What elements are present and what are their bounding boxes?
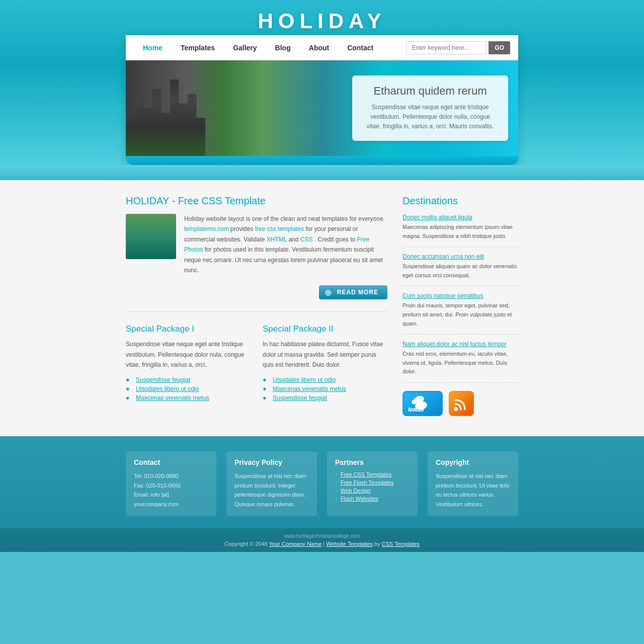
package-2-list: Utsodales libero ut odio Maecenas venena… <box>263 376 387 401</box>
about-text-5: . Credit goes to <box>314 236 357 243</box>
package-2-link-1[interactable]: Utsodales libero ut odio <box>263 376 387 383</box>
footer-templates-link[interactable]: Website Templates <box>326 541 373 547</box>
package-1: Special Package I Suspendisse vitae nequ… <box>126 324 251 403</box>
search-button[interactable]: GO <box>489 41 510 54</box>
footer-url: www.heritagechristiancollege.com <box>0 533 644 539</box>
footer-link-webdesign[interactable]: Web Design <box>335 488 410 494</box>
rss-icon[interactable] <box>449 391 474 416</box>
footer-copyright-label: Copyright © 2048 <box>224 541 269 547</box>
package-1-link-3[interactable]: Maecenas venenatis metus <box>126 394 251 401</box>
footer-css-link[interactable]: CSS Templates <box>382 541 420 547</box>
footer-privacy-title: Privacy Policy <box>234 458 309 466</box>
about-thumbnail <box>126 214 176 259</box>
read-more-wrapper: READ MORE <box>126 285 387 299</box>
footer-by: by <box>373 541 382 547</box>
footer-partners: Partners Free CSS Templates Free Flash T… <box>327 451 418 516</box>
dest-1-title[interactable]: Donec mollis aliquet ligula <box>403 214 518 221</box>
site-title: HOLIDAY <box>0 9 644 35</box>
footer-contact: Contact Tel: 010-020-0880Fax: 020-010-06… <box>126 451 216 516</box>
dest-4-title[interactable]: Nam aliquet dolor ac nisl luctus tempor <box>403 341 518 348</box>
about-inner: Holiday website layout is one of the cle… <box>126 214 387 275</box>
content-wrapper: HOLIDAY - Free CSS Template Holiday webs… <box>126 195 518 416</box>
footer-partners-links: Free CSS Templates Free Flash Templates … <box>335 471 410 502</box>
about-link-css[interactable]: free css templates <box>255 225 304 232</box>
footer-contact-text: Tel: 010-020-0880Fax: 020-010-0660Email:… <box>134 471 208 509</box>
package-1-text: Suspendisse vitae neque eget ante tristi… <box>126 339 251 370</box>
hero-bottom-strip <box>126 156 518 165</box>
package-2-link-2[interactable]: Maecenas venenatis metus <box>263 385 387 392</box>
footer-copyright-text: Suspendisse at nisi nec diam pretium tin… <box>436 471 510 509</box>
package-1-list: Suspendisse feugiat Utsodales libero ut … <box>126 376 251 401</box>
footer-sep: | <box>321 541 326 547</box>
left-column: HOLIDAY - Free CSS Template Holiday webs… <box>126 195 387 416</box>
dest-item-2: Donec accumsan urna non elit Suspendisse… <box>403 253 518 286</box>
nav-gallery[interactable]: Gallery <box>224 37 266 59</box>
package-1-link-1[interactable]: Suspendisse feugiat <box>126 376 251 383</box>
dest-item-3: Cum sociis natoque penatibus Proin dui m… <box>403 292 518 335</box>
divider <box>126 311 387 312</box>
about-title: HOLIDAY - Free CSS Template <box>126 195 387 207</box>
footer-link-flash[interactable]: Free Flash Templates <box>335 479 410 486</box>
svg-rect-5 <box>450 392 473 415</box>
nav-blog[interactable]: Blog <box>266 37 300 59</box>
top-area: HOLIDAY Home Templates Gallery Blog Abou… <box>0 0 644 165</box>
svg-text:twitter: twitter <box>408 406 425 413</box>
footer-bottom-text: Copyright © 2048 Your Company Name | Web… <box>0 541 644 547</box>
hero-image: Etharum quidem rerum Suspendisse vitae n… <box>126 60 518 156</box>
footer-privacy: Privacy Policy Suspendisse at nisi nec d… <box>226 451 317 516</box>
footer: Contact Tel: 010-020-0880Fax: 020-010-06… <box>0 436 644 552</box>
hero-frame: Home Templates Gallery Blog About Contac… <box>126 35 518 165</box>
footer-copyright-title: Copyright <box>436 458 510 466</box>
nav-about[interactable]: About <box>300 37 338 59</box>
footer-contact-title: Contact <box>134 458 208 466</box>
dest-4-text: Cras nisl eros, elementum eu, iaculis vi… <box>403 350 518 376</box>
hero-text: Suspendisse vitae neque eget ante tristi… <box>363 103 497 132</box>
nav-templates[interactable]: Templates <box>172 37 224 59</box>
hero-overlay: Etharum quidem rerum Suspendisse vitae n… <box>352 75 508 141</box>
footer-link-flashweb[interactable]: Flash Websites <box>335 496 410 502</box>
dest-2-title[interactable]: Donec accumsan urna non elit <box>403 253 518 260</box>
footer-bottom: www.heritagechristiancollege.com Copyrig… <box>0 528 644 552</box>
about-text-1: Holiday website layout is one of the cle… <box>184 215 385 222</box>
mid-separator <box>0 165 644 180</box>
about-text: Holiday website layout is one of the cle… <box>184 214 387 275</box>
dest-3-title[interactable]: Cum sociis natoque penatibus <box>403 292 518 299</box>
nav-bar: Home Templates Gallery Blog About Contac… <box>126 35 518 60</box>
dest-1-text: Maecenas adipiscing elementum ipsum vita… <box>403 223 518 240</box>
about-link-templatemo[interactable]: templatemo.com <box>184 225 229 232</box>
package-1-link-2[interactable]: Utsodales libero ut odio <box>126 385 251 392</box>
social-icons: twitter <box>403 391 518 416</box>
nav-contact[interactable]: Contact <box>338 37 382 59</box>
hero-title: Etharum quidem rerum <box>363 85 497 98</box>
right-column: Destinations Donec mollis aliquet ligula… <box>403 195 518 416</box>
about-text-2: provides <box>230 225 255 232</box>
package-1-title: Special Package I <box>126 324 251 334</box>
about-link-xhtml[interactable]: XHTML <box>267 236 287 243</box>
dest-3-text: Proin dui mauris, tempor eget, pulvinar … <box>403 301 518 328</box>
packages: Special Package I Suspendisse vitae nequ… <box>126 324 387 403</box>
package-2: Special Package II In hac habitasse plat… <box>263 324 387 403</box>
package-2-link-3[interactable]: Suspendisse feugiat <box>263 394 387 401</box>
about-text-6: for photos used in this template. Vestib… <box>184 246 383 274</box>
dest-2-text: Suspendisse aliquam quam ac dolor venena… <box>403 262 518 280</box>
twitter-icon[interactable]: twitter <box>403 391 443 416</box>
footer-company-link[interactable]: Your Company Name <box>269 541 322 547</box>
footer-copyright: Copyright Suspendisse at nisi nec diam p… <box>428 451 518 516</box>
footer-partners-title: Partners <box>335 458 410 466</box>
dest-item-1: Donec mollis aliquet ligula Maecenas adi… <box>403 214 518 247</box>
search-input[interactable] <box>406 41 487 54</box>
package-2-title: Special Package II <box>263 324 387 334</box>
footer-inner: Contact Tel: 010-020-0880Fax: 020-010-06… <box>126 451 518 528</box>
about-text-4: and <box>288 236 300 243</box>
main-content: HOLIDAY - Free CSS Template Holiday webs… <box>0 180 644 436</box>
nav-home[interactable]: Home <box>134 37 172 59</box>
read-more-button[interactable]: READ MORE <box>319 285 387 299</box>
package-2-text: In hac habitasse platea dictumst. Fusce … <box>263 339 387 370</box>
about-link-cssval[interactable]: CSS <box>300 236 313 243</box>
destinations-title: Destinations <box>403 195 518 207</box>
footer-link-css[interactable]: Free CSS Templates <box>335 471 410 477</box>
nav-search: GO <box>406 41 510 54</box>
dest-item-4: Nam aliquet dolor ac nisl luctus tempor … <box>403 341 518 383</box>
svg-point-6 <box>454 407 458 411</box>
footer-privacy-text: Suspendisse at nisi nec diam pretium tin… <box>234 471 309 509</box>
